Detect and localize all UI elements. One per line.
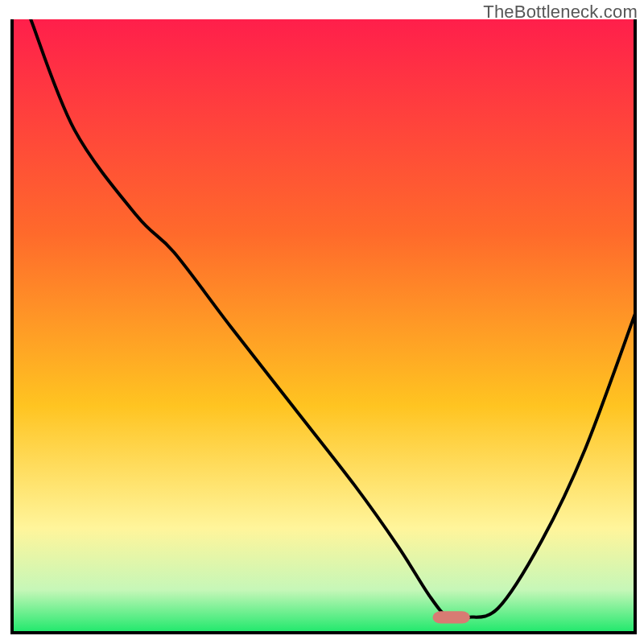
bottleneck-chart: [0, 0, 644, 644]
optimal-marker: [432, 611, 469, 623]
attribution-label: TheBottleneck.com: [483, 2, 638, 23]
